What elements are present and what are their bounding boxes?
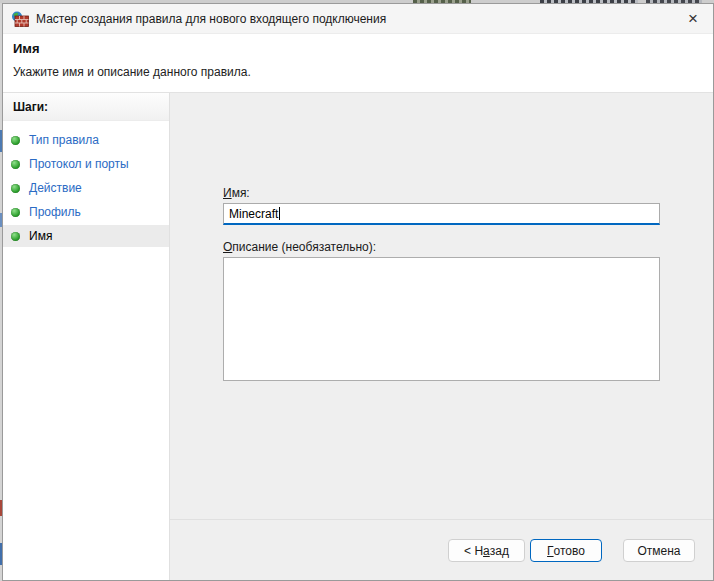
title-bar: Мастер создания правила для нового входя… bbox=[3, 4, 713, 34]
footer-divider bbox=[170, 519, 713, 520]
steps-list: Тип правила Протокол и порты Действие Пр… bbox=[3, 129, 169, 247]
page-subtitle: Укажите имя и описание данного правила. bbox=[13, 65, 701, 79]
wizard-dialog: Мастер создания правила для нового входя… bbox=[2, 3, 714, 581]
finish-button[interactable]: Готово bbox=[530, 539, 602, 562]
name-input-value: Minecraft bbox=[229, 207, 278, 221]
wizard-header: Имя Укажите имя и описание данного прави… bbox=[3, 34, 713, 92]
name-label: Имя: bbox=[223, 186, 250, 200]
step-current-icon bbox=[11, 232, 20, 241]
step-label: Протокол и порты bbox=[29, 157, 129, 171]
step-completed-icon bbox=[11, 160, 20, 169]
wizard-body: Шаги: Тип правила Протокол и порты Дейст… bbox=[3, 92, 713, 580]
sidebar-item-protocol-ports[interactable]: Протокол и порты bbox=[3, 153, 169, 175]
sidebar-item-profile[interactable]: Профиль bbox=[3, 201, 169, 223]
firewall-icon bbox=[11, 11, 29, 27]
sidebar-item-action[interactable]: Действие bbox=[3, 177, 169, 199]
steps-sidebar: Шаги: Тип правила Протокол и порты Дейст… bbox=[3, 93, 170, 580]
step-label: Имя bbox=[29, 229, 52, 243]
description-input[interactable] bbox=[223, 257, 660, 381]
window-title: Мастер создания правила для нового входя… bbox=[36, 12, 386, 26]
wizard-content: Имя: Minecraft Описание (необязательно):… bbox=[170, 93, 713, 580]
step-completed-icon bbox=[11, 208, 20, 217]
name-input[interactable]: Minecraft bbox=[223, 203, 660, 225]
step-label: Профиль bbox=[29, 205, 81, 219]
back-button[interactable]: < Назад bbox=[448, 539, 525, 562]
close-button[interactable]: × bbox=[673, 4, 713, 33]
steps-heading: Шаги: bbox=[3, 93, 169, 121]
sidebar-item-rule-type[interactable]: Тип правила bbox=[3, 129, 169, 151]
cancel-button[interactable]: Отмена bbox=[623, 539, 695, 562]
page-title: Имя bbox=[13, 41, 701, 56]
step-completed-icon bbox=[11, 184, 20, 193]
step-completed-icon bbox=[11, 136, 20, 145]
text-caret bbox=[279, 207, 280, 220]
step-label: Действие bbox=[29, 181, 82, 195]
step-label: Тип правила bbox=[29, 133, 99, 147]
close-icon: × bbox=[688, 9, 698, 29]
sidebar-item-name[interactable]: Имя bbox=[3, 225, 169, 247]
description-label: Описание (необязательно): bbox=[223, 240, 376, 254]
